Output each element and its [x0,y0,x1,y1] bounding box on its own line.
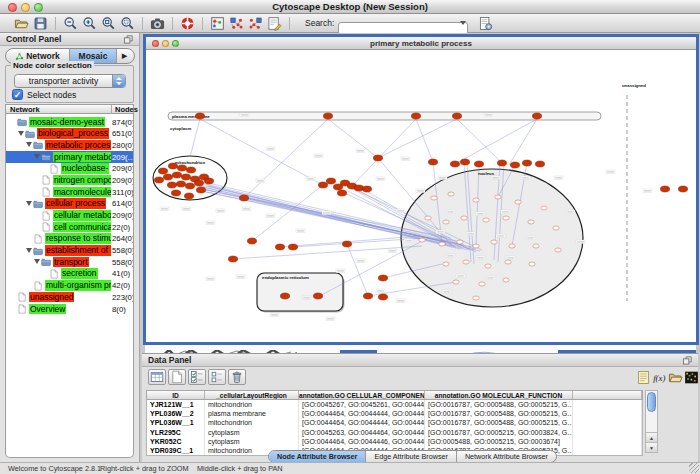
dp-uncheck-button[interactable] [208,369,226,385]
network-node[interactable] [473,244,479,248]
network-node[interactable] [378,294,387,300]
network-node[interactable] [185,183,194,189]
network-node[interactable] [195,113,204,119]
network-node[interactable] [326,178,335,184]
table-row[interactable]: YLR295Ccytoplasm[GO:0045263, GO:0044464,… [147,428,642,437]
network-node[interactable] [247,238,256,244]
network-node[interactable] [186,167,195,173]
dp-table-button[interactable] [148,369,166,385]
network-node[interactable] [431,196,437,200]
network-node[interactable] [485,264,491,268]
network-node[interactable] [411,113,420,119]
network-node[interactable] [474,161,483,167]
network-node[interactable] [473,198,479,202]
network-node[interactable] [172,172,181,178]
tree-row-overview[interactable]: Overview8(0) [6,303,133,315]
chevron-down-icon[interactable] [460,21,466,25]
network-node[interactable] [503,216,509,220]
network-node[interactable] [509,244,515,248]
expand-arrow-icon[interactable] [26,142,32,147]
network-node[interactable] [171,190,180,196]
network-node[interactable] [510,162,519,168]
tree-row-nitrogen-compo[interactable]: nitrogen compo209(0) [6,174,133,186]
network-node[interactable] [553,226,559,230]
tree-row-cellular-process[interactable]: cellular process614(0) [6,198,133,210]
network-node[interactable] [443,262,449,266]
network-node[interactable] [176,181,185,187]
network-node[interactable] [503,278,509,282]
network-node[interactable] [163,174,172,180]
camera-button[interactable] [149,15,166,32]
dp-check-button[interactable] [188,369,206,385]
tree-row-unassigned[interactable]: unassigned223(0) [6,291,133,303]
column-header[interactable]: annotation.GO MOLECULAR_FUNCTION [425,391,573,399]
network-node[interactable] [473,296,479,300]
network-node[interactable] [479,282,485,286]
network-node[interactable] [463,260,469,264]
network-node[interactable] [497,160,506,166]
open-folder-button[interactable] [13,15,30,32]
table-row[interactable]: YPL036W__1mitochondrion[GO:0044464, GO:0… [147,418,642,427]
network-node[interactable] [323,113,332,119]
network-node[interactable] [660,186,669,192]
tree-row-macromolecule[interactable]: macromolecule311(0) [6,186,133,198]
tree-row-response-to-stimulu[interactable]: response to stimulu264(0) [6,233,133,245]
network-node[interactable] [453,280,459,284]
network-node[interactable] [378,275,387,281]
column-header[interactable] [573,391,642,399]
network-node[interactable] [528,220,534,224]
float-panel-icon[interactable] [123,34,134,45]
tree-row-nucleobase-[interactable]: nucleobase-209(0) [6,163,133,175]
network-node[interactable] [228,256,237,262]
dp-newdoc-button[interactable] [168,369,186,385]
tree-row-primary-metabo[interactable]: primary metabo209(... [6,151,133,163]
after-search-button[interactable] [476,15,494,32]
network-node[interactable] [419,238,425,242]
network-node[interactable] [678,186,687,192]
network-node[interactable] [196,187,205,193]
network-canvas[interactable]: plasma membranecytoplasmmitochondrionnuc… [146,50,696,342]
dp-notes-button[interactable] [636,370,652,386]
tab-network-attribute-browser[interactable]: Network Attribute Browser [457,451,556,462]
network-node[interactable] [154,177,163,183]
network-node[interactable] [491,240,497,244]
network-node[interactable] [555,248,561,252]
network-node[interactable] [461,216,467,220]
network-node[interactable] [194,180,203,186]
tree-row-mosaic-demo-yeast[interactable]: mosaic-demo-yeast874(0) [6,116,133,128]
tree-column-network[interactable]: Network [10,105,40,114]
tree-row-transport[interactable]: transport558(0) [6,256,133,268]
tree-row-secretion[interactable]: secretion41(0) [6,268,133,280]
dp-folder-button[interactable] [668,370,684,386]
network-node[interactable] [522,160,531,166]
select-nodes-checkbox[interactable]: ✓ [12,89,23,100]
scrollbar-thumb[interactable] [647,392,656,412]
network-node[interactable] [158,168,167,174]
resize-grip-icon[interactable] [689,463,699,473]
net-b-button[interactable] [247,15,264,32]
network-node[interactable] [428,159,437,165]
zoom-region-button[interactable] [119,15,136,32]
network-node[interactable] [337,190,346,196]
float-panel-icon[interactable] [682,355,693,366]
scroll-down-button[interactable]: ▼ [646,442,657,452]
column-header[interactable]: ID [147,391,205,399]
zoom-out-button[interactable] [62,15,79,32]
net-a-button[interactable] [228,15,245,32]
network-node[interactable] [373,155,382,161]
network-node[interactable] [239,195,248,201]
form-pencil-button[interactable] [266,15,283,32]
expand-arrow-icon[interactable] [34,154,40,159]
dp-trash-button[interactable] [228,369,246,385]
tree-row-multi-organism-pro[interactable]: multi-organism pro42(0) [6,280,133,292]
scroll-up-button[interactable]: ▲ [646,432,657,442]
network-node[interactable] [460,159,469,165]
table-row[interactable]: YJR121W__1mitochondrion[GO:0045267, GO:0… [147,400,642,409]
network-node[interactable] [288,244,297,250]
tab-node-attribute-browser[interactable]: Node Attribute Browser [269,451,366,462]
zoom-in-button[interactable] [81,15,98,32]
dp-matrix-button[interactable] [684,370,700,386]
network-node[interactable] [363,293,372,299]
network-node[interactable] [495,195,501,199]
expand-arrow-icon[interactable] [26,248,32,253]
